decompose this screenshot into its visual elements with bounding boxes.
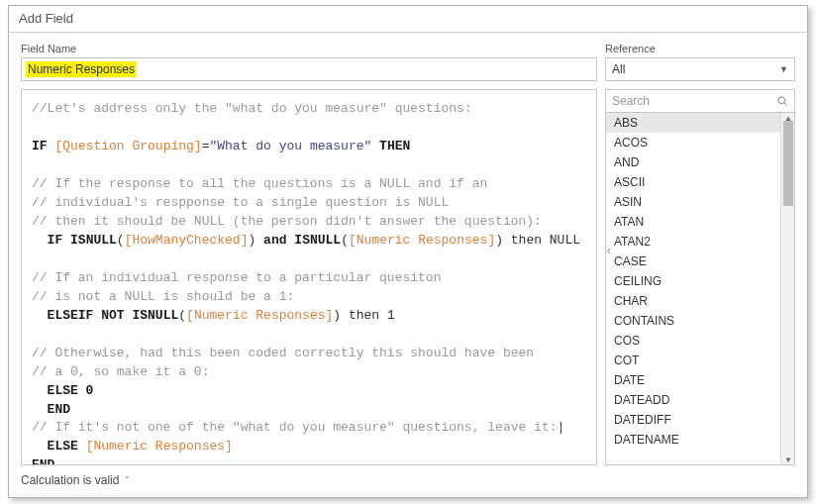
- paren: ): [495, 233, 503, 248]
- scrollbar[interactable]: ▲ ▼: [780, 113, 794, 464]
- function-item[interactable]: DATEDIFF: [606, 410, 794, 430]
- search-icon: [776, 95, 788, 107]
- function-search-input[interactable]: Search: [605, 89, 795, 113]
- fn-isnull: ISNULL: [294, 233, 341, 248]
- reference-label: Reference: [605, 43, 795, 54]
- code-comment: // then it should be NULL (the person di…: [32, 214, 542, 229]
- string-lit: "What do you measure": [209, 139, 371, 153]
- search-placeholder: Search: [612, 94, 650, 108]
- kw-if: IF: [32, 139, 48, 153]
- paren: ): [333, 308, 341, 323]
- kw-end: END: [32, 457, 54, 465]
- function-item[interactable]: CONTAINS: [606, 311, 794, 331]
- function-item[interactable]: ACOS: [606, 133, 794, 152]
- reference-category-select[interactable]: All ▼: [605, 57, 795, 81]
- scroll-thumb[interactable]: [783, 121, 793, 206]
- function-item[interactable]: ATAN: [606, 212, 794, 232]
- field-name-value: Numeric Responses: [26, 61, 137, 77]
- function-list[interactable]: ABSACOSANDASCIIASINATANATAN2CASECEILINGC…: [605, 113, 795, 465]
- function-item[interactable]: DATEADD: [606, 390, 794, 410]
- code-comment: //Let's address only the "what do you me…: [32, 101, 472, 116]
- field-ref: [Question Grouping]: [54, 139, 201, 153]
- indent: [32, 439, 48, 454]
- fn-isnull: ISNULL: [132, 308, 178, 323]
- dialog-title: Add Field: [9, 6, 807, 33]
- function-item[interactable]: ATAN2: [606, 232, 794, 252]
- code-text: then NULL: [503, 233, 580, 248]
- function-item[interactable]: AND: [606, 152, 794, 172]
- code-comment: // Otherwise, had this been coded correc…: [32, 346, 534, 360]
- indent: [32, 383, 48, 398]
- svg-point-0: [778, 97, 785, 104]
- function-list-inner: ABSACOSANDASCIIASINATANATAN2CASECEILINGC…: [606, 113, 794, 450]
- left-pane: Field Name Numeric Responses //Let's add…: [21, 43, 597, 465]
- function-item[interactable]: CASE: [606, 252, 794, 271]
- paren: (: [341, 233, 349, 248]
- code-comment: // If the response to all the questions …: [32, 176, 487, 191]
- dialog-body: Field Name Numeric Responses //Let's add…: [9, 33, 807, 465]
- svg-line-1: [784, 103, 787, 106]
- chevron-up-icon: ˄: [125, 475, 130, 485]
- kw-else: ELSE: [48, 439, 78, 454]
- function-item[interactable]: ABS: [606, 113, 794, 133]
- code-comment: // individual's respponse to a single qu…: [32, 195, 449, 210]
- reference-selected-value: All: [612, 62, 625, 76]
- field-ref: [Numeric Responses]: [186, 308, 333, 323]
- formula-editor[interactable]: //Let's address only the "what do you me…: [21, 89, 597, 465]
- reference-pane: Reference All ▼ Search ABSACOSANDASCIIAS…: [605, 43, 795, 465]
- function-item[interactable]: COS: [606, 331, 794, 351]
- kw-elseif: ELSEIF: [48, 308, 94, 323]
- code-comment: // is not a NULL is should be a 1:: [32, 289, 294, 304]
- chevron-down-icon: ▼: [779, 64, 788, 74]
- function-item[interactable]: CEILING: [606, 271, 794, 291]
- field-ref: [Numeric Responses]: [349, 233, 495, 248]
- code-comment: // a 0, so make it a 0:: [32, 364, 209, 379]
- scroll-down-arrow-icon[interactable]: ▼: [781, 454, 795, 464]
- kw-not: NOT: [101, 308, 124, 323]
- function-item[interactable]: COT: [606, 351, 794, 370]
- status-footer[interactable]: Calculation is valid ˄: [9, 465, 807, 497]
- kw-and: and: [263, 233, 286, 248]
- kw-else-0: ELSE 0: [48, 383, 94, 398]
- function-item[interactable]: ASIN: [606, 192, 794, 212]
- function-item[interactable]: DATE: [606, 370, 794, 390]
- field-ref: [HowManyChecked]: [125, 233, 249, 248]
- code-text: then 1: [341, 308, 395, 323]
- code-comment: // If an individual response to a partic…: [32, 270, 441, 285]
- indent: [32, 233, 48, 248]
- function-item[interactable]: ASCII: [606, 172, 794, 192]
- text-cursor: |: [558, 420, 565, 435]
- code-comment: // If it's not one of the "what do you m…: [32, 420, 558, 435]
- paren: (: [117, 233, 125, 248]
- field-name-label: Field Name: [21, 43, 597, 54]
- paren: ): [248, 233, 255, 248]
- fn-isnull: ISNULL: [70, 233, 117, 248]
- calculation-status: Calculation is valid: [21, 473, 119, 487]
- field-name-input[interactable]: Numeric Responses: [21, 57, 597, 81]
- paren: (: [178, 308, 186, 323]
- add-field-dialog: Add Field Field Name Numeric Responses /…: [8, 5, 808, 498]
- kw-end: END: [48, 402, 70, 417]
- field-ref: [Numeric Responses]: [86, 439, 233, 454]
- function-item[interactable]: CHAR: [606, 291, 794, 311]
- indent: [32, 308, 48, 323]
- kw-if: IF: [48, 233, 63, 248]
- indent: [32, 402, 48, 417]
- function-item[interactable]: DATENAME: [606, 430, 794, 450]
- kw-then: THEN: [379, 139, 410, 153]
